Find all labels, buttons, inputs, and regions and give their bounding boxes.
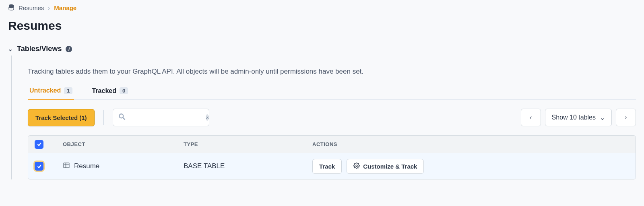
section-description: Tracking tables adds them to your GraphQ… (28, 68, 636, 76)
table-icon (63, 162, 70, 171)
chevron-down-icon: ⌄ (600, 114, 605, 122)
search-box[interactable]: ✕ (113, 109, 209, 126)
pager-prev-button[interactable]: ‹ (521, 109, 541, 126)
objects-table: OBJECT TYPE ACTIONS Resume BASE TABLE Tr… (28, 135, 636, 179)
svg-rect-3 (64, 163, 69, 168)
section-header[interactable]: ⌄ Tables/Views i (8, 45, 636, 53)
col-type: TYPE (184, 141, 312, 147)
page-size-label: Show 10 tables (552, 114, 596, 121)
table-row: Resume BASE TABLE Track Customize & Trac… (28, 153, 636, 179)
customize-track-label: Customize & Track (363, 163, 417, 170)
search-icon (118, 113, 126, 122)
breadcrumb-current: Manage (54, 4, 76, 11)
chevron-down-icon: ⌄ (8, 46, 13, 52)
search-input[interactable] (129, 114, 206, 121)
page-size-selector[interactable]: Show 10 tables ⌄ (545, 109, 612, 126)
row-checkbox[interactable] (35, 162, 43, 171)
chevron-right-icon: › (625, 114, 627, 121)
col-actions: ACTIONS (312, 141, 629, 147)
svg-point-1 (119, 114, 123, 118)
track-selected-button[interactable]: Track Selected (1) (28, 109, 95, 126)
gear-icon (353, 163, 360, 170)
tabs: Untracked 1 Tracked 0 (28, 87, 636, 100)
clear-icon[interactable]: ✕ (206, 114, 209, 121)
tab-untracked-label: Untracked (29, 87, 61, 94)
customize-track-button[interactable]: Customize & Track (347, 159, 424, 174)
tab-untracked-count: 1 (64, 87, 72, 94)
tab-tracked-label: Tracked (92, 87, 116, 95)
tab-tracked-count: 0 (120, 87, 128, 94)
toolbar: Track Selected (1) ✕ ‹ Show 10 tables ⌄ … (28, 109, 636, 126)
pager: ‹ Show 10 tables ⌄ › (521, 109, 636, 126)
svg-line-2 (123, 118, 125, 120)
table-header: OBJECT TYPE ACTIONS (28, 136, 636, 153)
select-all-checkbox[interactable] (35, 140, 43, 149)
section-title: Tables/Views (17, 45, 62, 53)
col-object: OBJECT (63, 141, 184, 147)
tab-untracked[interactable]: Untracked 1 (28, 87, 74, 100)
object-name: Resume (74, 162, 99, 170)
object-type: BASE TABLE (184, 162, 312, 170)
database-icon (8, 4, 14, 12)
chevron-left-icon: ‹ (530, 114, 532, 121)
tab-tracked[interactable]: Tracked 0 (90, 87, 130, 99)
breadcrumb: Resumes › Manage (8, 4, 636, 12)
info-icon[interactable]: i (66, 46, 72, 52)
breadcrumb-root[interactable]: Resumes (19, 4, 44, 11)
chevron-right-icon: › (48, 4, 50, 11)
pager-next-button[interactable]: › (616, 109, 636, 126)
svg-point-6 (356, 165, 357, 167)
page-title: Resumes (8, 19, 636, 33)
track-button[interactable]: Track (312, 159, 342, 174)
toolbar-divider (103, 110, 104, 125)
section-body: Tracking tables adds them to your GraphQ… (11, 56, 636, 179)
